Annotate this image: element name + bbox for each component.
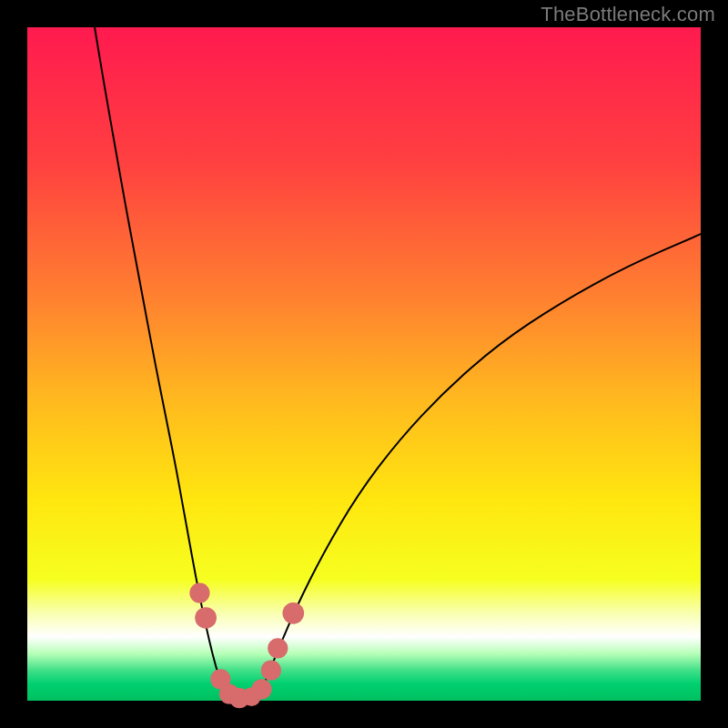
data-marker	[282, 602, 304, 624]
data-marker	[268, 638, 288, 658]
data-marker	[189, 583, 209, 603]
data-marker	[261, 661, 281, 681]
watermark-text: TheBottleneck.com	[541, 3, 715, 26]
bottleneck-chart	[0, 0, 728, 728]
data-marker	[251, 679, 271, 699]
chart-frame: TheBottleneck.com	[0, 0, 728, 728]
data-marker	[195, 607, 217, 629]
plot-background	[27, 27, 701, 701]
